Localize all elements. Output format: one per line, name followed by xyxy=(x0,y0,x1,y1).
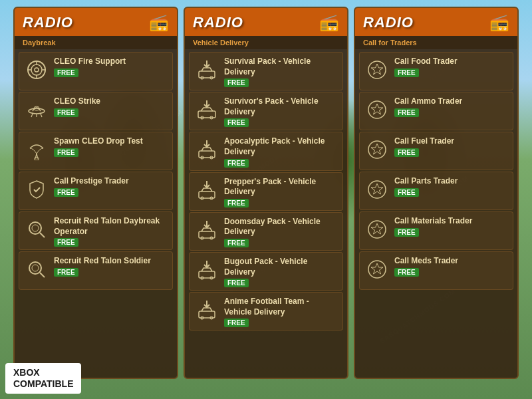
list-item[interactable]: Recruit Red Talon Soldier FREE xyxy=(19,251,173,290)
car-down-icon-2 xyxy=(195,98,219,122)
list-item[interactable]: Call Fuel Trader FREE xyxy=(359,132,513,170)
svg-point-18 xyxy=(29,262,41,274)
item-apocalyptic-pack: Apocalyptic Pack - Vehicle Delivery FREE xyxy=(224,136,337,167)
list-item[interactable]: CLEO Strike FREE xyxy=(19,92,173,130)
list-item[interactable]: Apocalyptic Pack - Vehicle Delivery FREE xyxy=(189,132,343,170)
item-cleo-strike: CLEO Strike FREE xyxy=(54,96,167,117)
list-item[interactable]: CLEO Fire Support FREE xyxy=(19,52,173,90)
item-meds-trader: Call Meds Trader FREE xyxy=(394,256,507,277)
item-name: Call Prestige Trader xyxy=(54,176,167,187)
item-name: Survival Pack - Vehicle Delivery xyxy=(224,57,337,77)
car-down-icon-5 xyxy=(195,218,219,242)
list-item[interactable]: Call Food Trader FREE xyxy=(359,52,513,90)
list-item[interactable]: Spawn CLEO Drop Test FREE xyxy=(19,132,173,170)
list-item[interactable]: Recruit Red Talon Daybreak Operator FREE xyxy=(19,211,173,250)
panel-traders-header: RADIO 📻 xyxy=(355,8,517,36)
crosshair-icon xyxy=(25,58,49,82)
svg-line-16 xyxy=(40,233,45,237)
item-badge: FREE xyxy=(224,319,249,327)
car-down-icon xyxy=(195,58,219,82)
svg-line-11 xyxy=(41,114,42,117)
panel-traders-title: RADIO xyxy=(363,14,414,31)
list-item[interactable]: Doomsday Pack - Vehicle Delivery FREE xyxy=(189,212,343,251)
item-name: Bugout Pack - Vehicle Delivery xyxy=(224,257,337,277)
list-item[interactable]: Prepper's Pack - Vehicle Delivery FREE xyxy=(189,172,343,211)
panel-daybreak: RADIO 📻 Daybreak CLEO xyxy=(13,7,178,379)
svg-line-9 xyxy=(31,114,33,117)
item-name: Recruit Red Talon Daybreak Operator xyxy=(54,216,167,237)
item-name: Call Food Trader xyxy=(394,57,507,67)
item-survivor-pack: Survivor's Pack - Vehicle Delivery FREE xyxy=(224,96,337,127)
list-item[interactable]: Call Ammo Trader FREE xyxy=(359,92,513,130)
item-materials-trader: Call Materials Trader FREE xyxy=(394,216,507,237)
star-circle-icon-4 xyxy=(365,178,389,201)
star-circle-icon-5 xyxy=(365,217,389,241)
search-icon xyxy=(25,217,49,241)
list-item[interactable]: Survival Pack - Vehicle Delivery FREE xyxy=(189,52,343,90)
xbox-line2: COMPATIBLE xyxy=(13,378,73,390)
item-badge: FREE xyxy=(394,108,419,117)
item-name: CLEO Strike xyxy=(54,96,167,107)
item-survival-pack: Survival Pack - Vehicle Delivery FREE xyxy=(224,57,337,87)
item-badge: FREE xyxy=(224,118,249,127)
item-badge: FREE xyxy=(224,239,249,247)
item-recruit-daybreak: Recruit Red Talon Daybreak Operator FREE xyxy=(54,216,167,247)
panel-traders-items: Call Food Trader FREE Call Ammo Trader F… xyxy=(355,49,517,378)
panel-daybreak-items: CLEO Fire Support FREE CLEO S xyxy=(15,49,177,378)
list-item[interactable]: Anime Football Team - Vehicle Delivery F… xyxy=(189,292,343,331)
item-badge: FREE xyxy=(224,199,249,207)
list-item[interactable]: Call Parts Trader FREE xyxy=(359,172,513,210)
star-circle-icon-6 xyxy=(365,257,389,281)
item-recruit-soldier: Recruit Red Talon Soldier FREE xyxy=(54,256,167,277)
car-down-icon-7 xyxy=(195,298,219,322)
parachute-icon xyxy=(25,138,49,162)
svg-point-7 xyxy=(29,108,45,114)
item-badge: FREE xyxy=(224,279,249,287)
item-bugout-pack: Bugout Pack - Vehicle Delivery FREE xyxy=(224,257,337,287)
xbox-badge: XBOX COMPATIBLE xyxy=(5,363,81,394)
list-item[interactable]: Bugout Pack - Vehicle Delivery FREE xyxy=(189,252,343,291)
svg-marker-47 xyxy=(371,144,383,154)
item-name: CLEO Fire Support xyxy=(54,57,167,67)
item-name: Anime Football Team - Vehicle Delivery xyxy=(224,297,337,317)
svg-marker-43 xyxy=(371,64,383,74)
item-name: Apocalyptic Pack - Vehicle Delivery xyxy=(224,136,337,157)
item-badge: FREE xyxy=(54,188,78,197)
star-circle-icon-2 xyxy=(365,98,389,122)
panel-traders: RADIO 📻 Call for Traders Call Food Trade… xyxy=(354,7,519,379)
item-spawn-cleo: Spawn CLEO Drop Test FREE xyxy=(54,136,167,157)
car-down-icon-3 xyxy=(195,138,219,162)
list-item[interactable]: Call Materials Trader FREE xyxy=(359,211,513,250)
item-badge: FREE xyxy=(54,238,78,247)
item-name: Call Materials Trader xyxy=(394,216,507,227)
car-down-icon-4 xyxy=(195,178,219,202)
item-prepper-pack: Prepper's Pack - Vehicle Delivery FREE xyxy=(224,177,337,207)
star-circle-icon xyxy=(365,58,389,82)
panel-vehicle-subtitle: Vehicle Delivery xyxy=(185,36,347,49)
item-badge: FREE xyxy=(394,148,419,157)
radio-icon-vehicle: 📻 xyxy=(319,13,339,32)
item-badge: FREE xyxy=(54,68,78,77)
item-badge: FREE xyxy=(224,78,249,87)
svg-point-20 xyxy=(32,265,39,271)
xbox-line1: XBOX xyxy=(13,367,73,378)
item-name: Recruit Red Talon Soldier xyxy=(54,256,167,267)
panel-daybreak-title: RADIO xyxy=(23,14,73,31)
item-doomsday-pack: Doomsday Pack - Vehicle Delivery FREE xyxy=(224,217,337,247)
panel-vehicle-title: RADIO xyxy=(193,14,243,31)
svg-point-17 xyxy=(32,225,39,231)
panels-container: RADIO 📻 Daybreak CLEO xyxy=(0,0,532,399)
panel-daybreak-subtitle: Daybreak xyxy=(15,36,177,49)
item-badge: FREE xyxy=(54,108,78,117)
svg-marker-45 xyxy=(371,104,383,114)
list-item[interactable]: Call Meds Trader FREE xyxy=(359,251,513,290)
item-fuel-trader: Call Fuel Trader FREE xyxy=(394,136,507,157)
list-item[interactable]: Call Prestige Trader FREE xyxy=(19,172,173,210)
svg-point-2 xyxy=(35,68,39,72)
item-ammo-trader: Call Ammo Trader FREE xyxy=(394,96,507,117)
star-circle-icon-3 xyxy=(365,138,389,162)
shield-icon xyxy=(25,178,49,201)
list-item[interactable]: Survivor's Pack - Vehicle Delivery FREE xyxy=(189,92,343,130)
svg-rect-14 xyxy=(35,158,39,160)
item-name: Call Fuel Trader xyxy=(394,136,507,147)
